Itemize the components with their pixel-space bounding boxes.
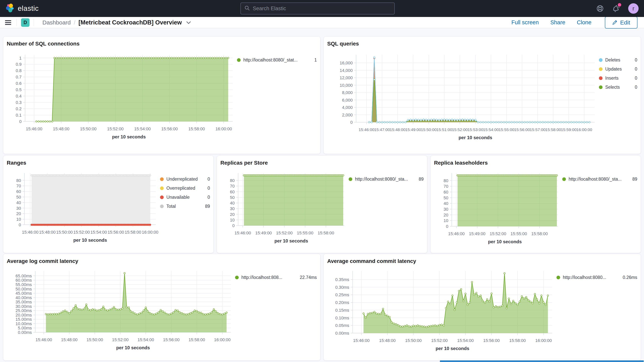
svg-text:per 10 seconds: per 10 seconds: [274, 238, 308, 244]
svg-text:0.10ms: 0.10ms: [335, 315, 349, 320]
elastic-brand[interactable]: elastic: [6, 4, 38, 14]
panel-sql-queries: SQL queries 15:46:0015:47:0015:48:0015:4…: [324, 36, 641, 154]
panel-title: Replicas per Store: [220, 160, 424, 166]
legend-label: Deletes: [605, 58, 632, 63]
full-screen-link[interactable]: Full screen: [511, 19, 539, 26]
svg-text:60: 60: [444, 190, 448, 194]
chart-canvas[interactable]: 15:46:0015:49:0015:52:0015:55:0015:58:00…: [220, 167, 348, 251]
svg-text:80: 80: [16, 178, 21, 183]
legend-label: Selects: [605, 84, 632, 90]
legend-label: Underreplicated: [166, 176, 204, 182]
svg-text:15:49:00: 15:49:00: [255, 230, 272, 235]
svg-text:15:54:00: 15:54:00: [483, 128, 499, 132]
svg-text:10: 10: [16, 217, 21, 222]
panel-ranges: Ranges 15:46:0015:48:0015:50:0015:52:001…: [3, 156, 214, 253]
legend-item[interactable]: Updates0: [599, 66, 637, 72]
svg-text:0.8: 0.8: [16, 68, 22, 73]
legend-item[interactable]: http://localhost:8080/_sta...89: [562, 176, 637, 182]
svg-text:15:50:00: 15:50:00: [80, 126, 96, 131]
legend-value: 1: [314, 58, 317, 63]
svg-text:0.4: 0.4: [16, 94, 22, 98]
space-badge[interactable]: D: [21, 18, 30, 27]
svg-text:15:58:00: 15:58:00: [545, 128, 561, 132]
legend-item[interactable]: Selects0: [599, 84, 637, 90]
svg-text:60: 60: [230, 189, 235, 194]
svg-text:10: 10: [230, 218, 235, 222]
legend-value: 0: [208, 195, 210, 200]
svg-text:15.00ms: 15.00ms: [16, 317, 32, 322]
svg-text:15:46:00: 15:46:00: [22, 230, 38, 234]
horizontal-scrollbar-thumb[interactable]: [440, 360, 644, 362]
legend-item[interactable]: http://localhost:808...22.74ms: [235, 275, 317, 280]
panel-replicas-per-store: Replicas per Store 15:46:0015:49:0015:52…: [217, 156, 427, 253]
svg-text:per 10 seconds: per 10 seconds: [116, 345, 150, 350]
legend-value: 0: [635, 66, 637, 72]
svg-text:15:52:00: 15:52:00: [452, 128, 468, 132]
svg-text:15:56:00: 15:56:00: [483, 338, 500, 343]
chart-canvas[interactable]: 15:46:0015:48:0015:50:0015:52:0015:54:00…: [7, 266, 234, 358]
svg-text:50: 50: [230, 195, 235, 200]
panel-title: Number of SQL connections: [7, 40, 317, 47]
svg-text:0.35ms: 0.35ms: [335, 277, 349, 282]
svg-text:0: 0: [232, 223, 235, 228]
legend-value: 0: [208, 176, 210, 182]
search-input[interactable]: [253, 6, 391, 12]
legend-item[interactable]: http://localhost:8080/_sta...89: [348, 176, 424, 182]
panel-title: Average command commit latency: [327, 258, 637, 264]
svg-text:15:51:00: 15:51:00: [436, 128, 452, 132]
legend-item[interactable]: Deletes0: [599, 58, 637, 63]
chart-canvas[interactable]: 15:46:0015:47:0015:48:0015:49:0015:50:00…: [327, 48, 598, 152]
legend-item[interactable]: http://localhost:8080...0.26ms: [556, 275, 637, 280]
svg-text:15:49:00: 15:49:00: [469, 231, 486, 236]
chart-canvas[interactable]: 15:46:0015:49:0015:52:0015:55:0015:58:00…: [434, 167, 561, 251]
chart-canvas[interactable]: 15:46:0015:48:0015:50:0015:52:0015:54:00…: [327, 266, 555, 358]
legend-value: 89: [418, 176, 424, 182]
menu-button[interactable]: [4, 18, 12, 27]
space-initial: D: [24, 20, 27, 25]
svg-text:0.5: 0.5: [16, 87, 22, 92]
svg-text:50: 50: [16, 194, 21, 199]
divider: [34, 19, 34, 26]
dashboard-grid: Number of SQL connections 15:46:0015:48:…: [0, 28, 644, 359]
legend-value: 0: [635, 58, 637, 63]
panel-replica-leaseholders: Replica leaseholders 15:46:0015:49:0015:…: [430, 156, 641, 253]
pencil-icon: [612, 20, 618, 25]
legend-item[interactable]: http://localhost:8080/_stat...1: [237, 58, 317, 63]
svg-text:15:58:00: 15:58:00: [188, 337, 205, 342]
svg-text:15:50:00: 15:50:00: [56, 230, 73, 234]
share-link[interactable]: Share: [550, 19, 565, 26]
svg-text:35.00ms: 35.00ms: [16, 300, 32, 304]
svg-text:16:00:00: 16:00:00: [215, 126, 232, 131]
global-search[interactable]: [240, 2, 395, 14]
legend-item[interactable]: Underreplicated0: [160, 176, 210, 182]
legend-label: Inserts: [605, 76, 632, 81]
svg-text:15:54:00: 15:54:00: [138, 337, 154, 342]
legend-label: http://localhost:8080/_stat...: [243, 58, 311, 63]
svg-text:50: 50: [444, 195, 448, 200]
user-avatar[interactable]: r: [628, 3, 638, 14]
life-buoy-icon: [596, 5, 604, 12]
clone-link[interactable]: Clone: [577, 19, 592, 26]
legend-item[interactable]: Overreplicated0: [160, 186, 210, 191]
svg-text:0.30ms: 0.30ms: [335, 285, 349, 290]
title-chevron-down-icon[interactable]: [186, 21, 191, 24]
svg-text:15:57:00: 15:57:00: [530, 128, 546, 132]
legend-item[interactable]: Unavailable0: [160, 195, 210, 200]
svg-text:10,000: 10,000: [340, 83, 353, 88]
help-button[interactable]: [596, 4, 604, 13]
legend-dot: [599, 58, 602, 62]
legend-item[interactable]: Total89: [160, 204, 210, 209]
svg-text:12,000: 12,000: [340, 75, 353, 80]
notification-dot: [618, 3, 621, 6]
svg-text:40: 40: [444, 201, 448, 206]
legend-item[interactable]: Inserts0: [599, 76, 637, 81]
chart-canvas[interactable]: 15:46:0015:48:0015:50:0015:52:0015:54:00…: [7, 48, 236, 152]
svg-text:16:00:00: 16:00:00: [535, 338, 552, 343]
legend-dot: [599, 67, 602, 71]
chart-canvas[interactable]: 15:46:0015:48:0015:50:0015:52:0015:54:00…: [7, 167, 159, 251]
svg-text:6,000: 6,000: [342, 98, 353, 102]
edit-button[interactable]: Edit: [605, 16, 638, 28]
breadcrumb-dashboard-link[interactable]: Dashboard: [42, 19, 71, 26]
svg-text:0: 0: [19, 222, 21, 227]
newsfeed-button[interactable]: [612, 4, 620, 13]
